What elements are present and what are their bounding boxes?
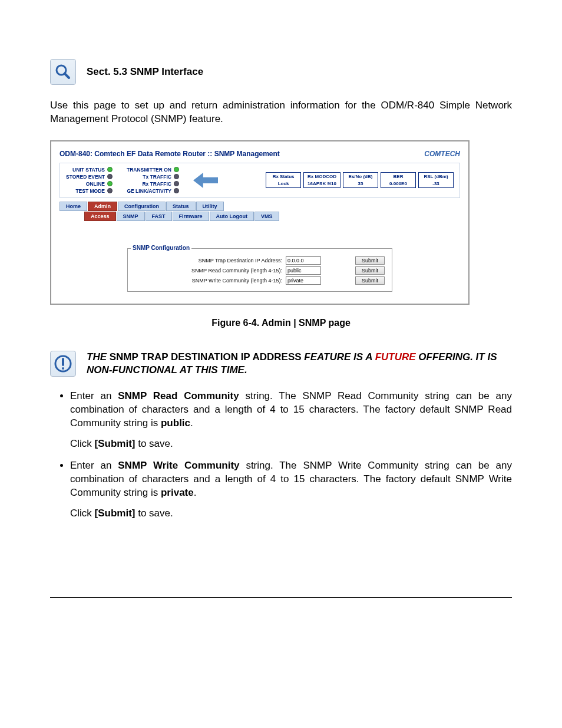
submit-trap-ip[interactable]: Submit — [355, 256, 385, 265]
read-comm-input[interactable] — [286, 266, 321, 275]
tab-admin[interactable]: Admin — [88, 202, 117, 211]
status-right-column: TRANSMITTER ON Tx TRAFFIC Rx TRAFFIC GE … — [127, 167, 179, 194]
comtech-logo: COMTECH — [424, 150, 460, 158]
section-heading: Sect. 5.3 SNMP Interface — [87, 66, 203, 78]
svg-point-4 — [62, 367, 64, 370]
tab-home[interactable]: Home — [59, 202, 87, 211]
subtab-autologout[interactable]: Auto Logout — [210, 212, 254, 221]
read-comm-label: SNMP Read Community (length 4-15): — [191, 268, 282, 274]
metric-boxes: Rx StatusLock Rx MODCOD16APSK 9/10 Es/No… — [266, 172, 454, 188]
status-left-column: UNIT STATUS STORED EVENT ONLINE TEST MOD… — [66, 167, 113, 194]
subtab-access[interactable]: Access — [84, 212, 116, 221]
subtab-firmware[interactable]: Firmware — [173, 212, 209, 221]
submit-read-comm[interactable]: Submit — [355, 266, 385, 275]
trap-ip-label: SNMP Trap Destination IP Address: — [199, 258, 282, 263]
subtab-fast[interactable]: FAST — [146, 212, 172, 221]
snmp-screenshot: ODM-840: Comtech EF Data Remote Router :… — [50, 140, 470, 305]
future-note: THE SNMP TRAP DESTINATION IP ADDRESS FEA… — [87, 351, 512, 377]
sub-tabs: Access SNMP FAST Firmware Auto Logout VM… — [84, 212, 460, 221]
intro-paragraph: Use this page to set up and return admin… — [50, 99, 512, 126]
write-comm-label: SNMP Write Community (length 4-15): — [192, 278, 282, 284]
bullet-read-community: Enter an SNMP Read Community string. The… — [70, 390, 512, 451]
submit-write-comm[interactable]: Submit — [355, 276, 385, 285]
subtab-vms[interactable]: VMS — [254, 212, 279, 221]
footer-divider — [50, 597, 512, 598]
subtab-snmp[interactable]: SNMP — [117, 212, 145, 221]
trap-ip-input[interactable] — [286, 256, 321, 265]
figure-caption: Figure 6-4. Admin | SNMP page — [50, 318, 512, 328]
screenshot-title: ODM-840: Comtech EF Data Remote Router :… — [59, 150, 280, 158]
arrow-icon — [193, 173, 218, 188]
tab-configuration[interactable]: Configuration — [118, 202, 166, 211]
alert-icon — [50, 351, 76, 377]
svg-line-1 — [65, 74, 69, 78]
tab-status[interactable]: Status — [166, 202, 196, 211]
tab-utility[interactable]: Utility — [196, 202, 224, 211]
main-tabs: Home Admin Configuration Status Utility — [59, 202, 460, 211]
magnifier-icon — [50, 59, 76, 85]
bullet-write-community: Enter an SNMP Write Community string. Th… — [70, 459, 512, 521]
panel-title: SNMP Configuration — [131, 245, 191, 251]
write-comm-input[interactable] — [286, 276, 321, 285]
